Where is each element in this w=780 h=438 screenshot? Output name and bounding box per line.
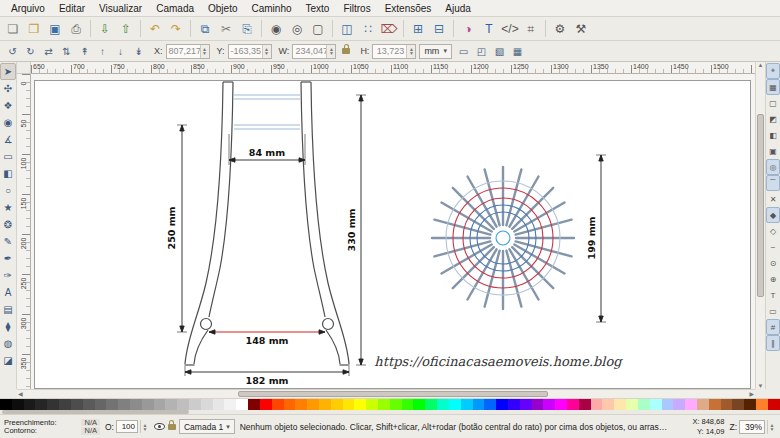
new-document-button[interactable]: ❏ xyxy=(3,19,23,39)
ruler-vertical[interactable]: 050100150200250300350 xyxy=(17,74,31,389)
horizontal-scroll-thumb[interactable] xyxy=(238,391,548,397)
palette-swatch[interactable] xyxy=(59,399,71,410)
export-image-button[interactable]: ⇧ xyxy=(116,19,136,39)
palette-swatch[interactable] xyxy=(236,399,248,410)
height-value[interactable]: 13,723 xyxy=(373,46,406,56)
snap-rotation-centers-button[interactable]: ⊕ xyxy=(766,271,780,287)
ruler-horizontal[interactable]: 6507007508008509009501000105011001150120… xyxy=(31,62,755,74)
y-value[interactable]: -163,35 xyxy=(229,46,262,56)
fill-stroke-indicator[interactable]: Preenchimento:N/A Contorno:N/A xyxy=(4,419,100,435)
menu-arquivo[interactable]: Arquivo xyxy=(4,2,52,15)
stroke-value[interactable]: N/A xyxy=(81,427,100,435)
menu-editar[interactable]: Editar xyxy=(52,2,92,15)
palette-swatch[interactable] xyxy=(744,399,756,410)
scroll-down-icon[interactable]: ▼ xyxy=(756,383,765,389)
ungroup-button[interactable]: ⊟ xyxy=(429,19,449,39)
affect-scale-patterns-button[interactable]: ▦ xyxy=(509,43,526,60)
raise-button[interactable]: ↑ xyxy=(94,43,111,60)
x-field[interactable]: 807,217▲▼ xyxy=(166,44,210,59)
palette-swatch[interactable] xyxy=(307,399,319,410)
vertical-scroll-thumb[interactable] xyxy=(757,114,764,297)
duplicate-button[interactable]: ◫ xyxy=(337,19,357,39)
menu-visualizar[interactable]: Visualizar xyxy=(92,2,149,15)
height-field[interactable]: 13,723▲▼ xyxy=(372,44,416,59)
palette-swatch[interactable] xyxy=(484,399,496,410)
snap-bbox-corners-button[interactable]: ◩ xyxy=(766,111,780,127)
text-dialog-button[interactable]: T xyxy=(479,19,499,39)
affect-scale-gradients-button[interactable]: ▧ xyxy=(491,43,508,60)
y-spinner[interactable]: ▲▼ xyxy=(262,45,271,58)
palette-swatch[interactable] xyxy=(0,399,12,410)
palette-swatch[interactable] xyxy=(319,399,331,410)
palette-swatch[interactable] xyxy=(118,399,130,410)
open-document-button[interactable]: ❐ xyxy=(24,19,44,39)
palette-swatch[interactable] xyxy=(402,399,414,410)
snap-line-midpoints-button[interactable]: − xyxy=(766,239,780,255)
snap-paths-button[interactable]: ⌒ xyxy=(766,175,780,191)
menu-extenses[interactable]: Extensões xyxy=(378,2,439,15)
palette-swatch[interactable] xyxy=(709,399,721,410)
affect-scale-stroke-button[interactable]: ▭ xyxy=(455,43,472,60)
layer-lock-icon[interactable] xyxy=(168,424,176,430)
print-document-button[interactable]: ⎙ xyxy=(66,19,86,39)
snap-nodes-button[interactable]: ◎ xyxy=(766,159,780,175)
lower-to-bottom-button[interactable]: ↡ xyxy=(130,43,147,60)
create-clone-button[interactable]: ∷ xyxy=(358,19,378,39)
affect-scale-corners-button[interactable]: ◰ xyxy=(473,43,490,60)
document-properties-button[interactable]: ⚙ xyxy=(550,19,570,39)
lock-ratio-button[interactable] xyxy=(339,44,353,59)
snap-object-centers-button[interactable]: ⊙ xyxy=(766,255,780,271)
snap-bbox-centers-button[interactable]: ▣ xyxy=(766,143,780,159)
palette-swatch[interactable] xyxy=(248,399,260,410)
wheel-drawing[interactable] xyxy=(432,167,574,309)
palette-swatch[interactable] xyxy=(520,399,532,410)
palette-swatch[interactable] xyxy=(721,399,733,410)
palette-swatch[interactable] xyxy=(425,399,437,410)
eraser-tool[interactable]: ◪ xyxy=(0,352,16,369)
palette-swatch[interactable] xyxy=(24,399,36,410)
measure-tool[interactable]: ∡ xyxy=(0,131,16,148)
palette-swatch[interactable] xyxy=(366,399,378,410)
palette-swatch[interactable] xyxy=(390,399,402,410)
group-button[interactable]: ⊞ xyxy=(408,19,428,39)
snap-page-border-button[interactable]: ▭ xyxy=(766,303,780,319)
dropper-tool[interactable]: ⧫ xyxy=(0,318,16,335)
opacity-spinner[interactable]: ▲▼ xyxy=(140,420,149,433)
palette-swatch[interactable] xyxy=(284,399,296,410)
bezier-pen-tool[interactable]: ✒ xyxy=(0,250,16,267)
palette-swatch[interactable] xyxy=(579,399,591,410)
snap-text-baselines-button[interactable]: T xyxy=(766,287,780,303)
tweak-tool[interactable]: ❖ xyxy=(0,97,16,114)
palette-swatch[interactable] xyxy=(567,399,579,410)
text-tool[interactable]: A xyxy=(0,284,16,301)
snap-bbox-edge-midpoints-button[interactable]: ◧ xyxy=(766,127,780,143)
undo-button[interactable]: ↶ xyxy=(145,19,165,39)
height-spinner[interactable]: ▲▼ xyxy=(406,45,415,58)
palette-swatch[interactable] xyxy=(35,399,47,410)
xml-editor-button[interactable]: </> xyxy=(500,19,520,39)
snap-grids-button[interactable]: # xyxy=(766,319,780,335)
ellipse-tool[interactable]: ○ xyxy=(0,182,16,199)
palette-scroll-thumb[interactable] xyxy=(2,410,189,414)
fill-value[interactable]: N/A xyxy=(81,419,100,427)
palette-swatch[interactable] xyxy=(130,399,142,410)
snap-enable-button[interactable]: ⌖ xyxy=(766,63,780,79)
y-field[interactable]: -163,35▲▼ xyxy=(228,44,272,59)
layer-dropdown[interactable]: Camada 1 ▾ xyxy=(179,419,235,434)
palette-swatch[interactable] xyxy=(591,399,603,410)
canvas[interactable]: 84 mm 250 mm 330 mm 148 mm 182 mm 199 mm… xyxy=(31,74,755,389)
gradient-tool[interactable]: ▤ xyxy=(0,301,16,318)
palette-swatch[interactable] xyxy=(473,399,485,410)
palette-swatch[interactable] xyxy=(378,399,390,410)
palette-swatch[interactable] xyxy=(106,399,118,410)
box-3d-tool[interactable]: ◧ xyxy=(0,165,16,182)
palette-swatch[interactable] xyxy=(165,399,177,410)
rotate-90-cw-button[interactable]: ↻ xyxy=(22,43,39,60)
width-value[interactable]: 234,047 xyxy=(293,46,326,56)
paste-button[interactable]: ⎘ xyxy=(237,19,257,39)
vertical-scrollbar[interactable]: ▲ ▼ xyxy=(755,62,765,389)
flip-horizontal-button[interactable]: ⇄ xyxy=(40,43,57,60)
fill-stroke-dialog-button[interactable]: ◑ xyxy=(458,19,478,39)
palette-swatch[interactable] xyxy=(614,399,626,410)
redo-button[interactable]: ↷ xyxy=(166,19,186,39)
